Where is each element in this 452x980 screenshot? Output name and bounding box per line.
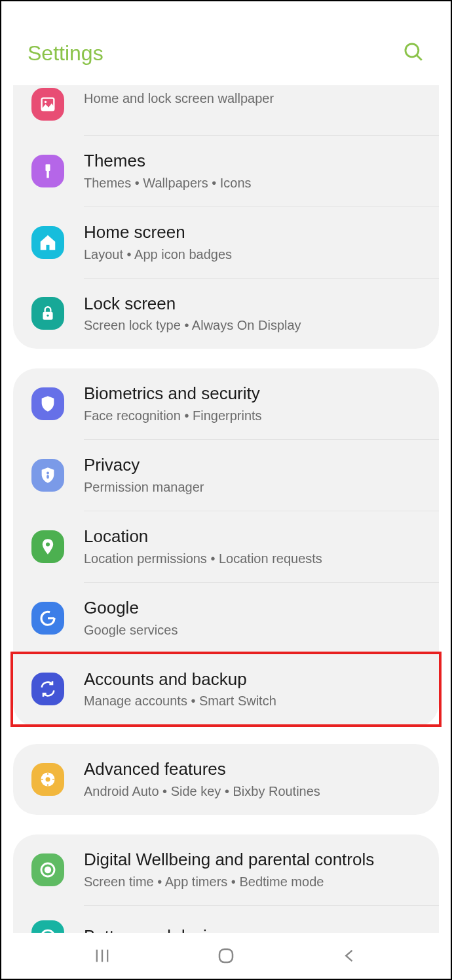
wellbeing-icon <box>31 853 64 886</box>
item-title: Advanced features <box>84 758 421 781</box>
item-subtitle: Manage accounts • Smart Switch <box>84 692 421 710</box>
svg-rect-5 <box>47 171 49 178</box>
svg-rect-24 <box>219 949 233 962</box>
svg-point-3 <box>45 101 47 104</box>
settings-item-advanced[interactable]: Advanced featuresAndroid Auto • Side key… <box>13 744 439 815</box>
google-icon <box>31 602 64 635</box>
wallpaper-icon <box>31 88 64 121</box>
item-title: Google <box>84 597 421 619</box>
home-screen-icon <box>31 226 64 259</box>
item-subtitle: Themes • Wallpapers • Icons <box>84 174 421 192</box>
home-button[interactable] <box>216 946 236 966</box>
page-title: Settings <box>28 41 104 66</box>
item-title: Digital Wellbeing and parental controls <box>84 849 421 871</box>
location-icon <box>31 530 64 563</box>
themes-icon <box>31 155 64 187</box>
accounts-icon <box>31 673 64 705</box>
biometrics-icon <box>31 387 64 420</box>
settings-item-home-screen[interactable]: Home screenLayout • App icon badges <box>13 207 439 278</box>
settings-group: Digital Wellbeing and parental controlsS… <box>13 834 439 933</box>
item-title: Location <box>84 526 421 548</box>
item-title: Biometrics and security <box>84 383 421 405</box>
item-subtitle: Screen lock type • Always On Display <box>84 316 421 334</box>
navigation-bar <box>1 933 451 979</box>
item-subtitle: Face recognition • Fingerprints <box>84 406 421 425</box>
settings-item-privacy[interactable]: PrivacyPermission manager <box>13 440 439 511</box>
battery-icon <box>31 920 64 933</box>
svg-rect-9 <box>47 475 49 479</box>
search-icon[interactable] <box>402 41 424 66</box>
settings-item-wellbeing[interactable]: Digital Wellbeing and parental controlsS… <box>13 834 439 905</box>
svg-point-0 <box>405 44 419 57</box>
back-button[interactable] <box>341 947 359 965</box>
item-title: Privacy <box>84 454 421 477</box>
item-title: Home screen <box>84 222 421 244</box>
settings-header: Settings <box>1 1 451 85</box>
item-title: Themes <box>84 150 421 172</box>
svg-point-10 <box>46 542 50 546</box>
settings-group: Advanced featuresAndroid Auto • Side key… <box>13 744 439 815</box>
settings-item-themes[interactable]: ThemesThemes • Wallpapers • Icons <box>13 136 439 206</box>
settings-item-lock-screen[interactable]: Lock screenScreen lock type • Always On … <box>13 279 439 349</box>
item-title: Lock screen <box>84 293 421 315</box>
svg-point-19 <box>45 867 50 872</box>
recent-apps-button[interactable] <box>93 947 111 965</box>
svg-point-13 <box>46 777 50 782</box>
settings-item-accounts[interactable]: Accounts and backupManage accounts • Sma… <box>10 652 442 728</box>
item-subtitle: Home and lock screen wallpaper <box>84 89 421 108</box>
settings-item-battery[interactable]: Battery and device care <box>13 906 439 933</box>
settings-item-google[interactable]: GoogleGoogle services <box>13 583 439 654</box>
item-subtitle: Permission manager <box>84 478 421 496</box>
lock-screen-icon <box>31 297 64 330</box>
item-subtitle: Google services <box>84 621 421 639</box>
item-subtitle: Android Auto • Side key • Bixby Routines <box>84 782 421 800</box>
svg-rect-4 <box>46 164 50 171</box>
privacy-icon <box>31 459 64 492</box>
svg-point-7 <box>47 315 48 317</box>
settings-group: Biometrics and securityFace recognition … <box>13 368 439 727</box>
settings-group: Home and lock screen wallpaperThemesThem… <box>13 85 439 349</box>
svg-line-1 <box>417 55 422 60</box>
item-title: Battery and device care <box>84 926 421 933</box>
item-title: Accounts and backup <box>84 669 421 691</box>
item-subtitle: Screen time • App timers • Bedtime mode <box>84 872 421 891</box>
settings-item-location[interactable]: LocationLocation permissions • Location … <box>13 511 439 582</box>
settings-list[interactable]: Home and lock screen wallpaperThemesThem… <box>1 85 451 933</box>
item-subtitle: Location permissions • Location requests <box>84 549 421 568</box>
svg-point-8 <box>47 472 49 475</box>
advanced-icon <box>31 763 64 796</box>
item-subtitle: Layout • App icon badges <box>84 245 421 264</box>
settings-item-biometrics[interactable]: Biometrics and securityFace recognition … <box>13 368 439 439</box>
settings-item-wallpaper[interactable]: Home and lock screen wallpaper <box>13 85 439 135</box>
